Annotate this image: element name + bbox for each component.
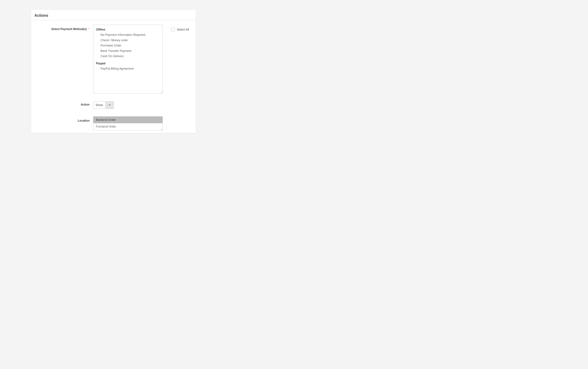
chevron-down-icon xyxy=(106,102,114,109)
payment-methods-multiselect[interactable]: Offline No Payment Information Required … xyxy=(93,25,163,94)
control-location: Backend Order Frontend Order xyxy=(93,116,163,130)
required-asterisk: * xyxy=(88,27,89,31)
form-area: Select Payment Method(s) * Offline No Pa… xyxy=(31,20,196,130)
location-option-backend[interactable]: Backend Order xyxy=(93,117,163,123)
svg-marker-0 xyxy=(109,104,110,105)
field-location: Location Backend Order Frontend Order xyxy=(31,116,196,130)
select-all-label[interactable]: Select All xyxy=(177,28,189,31)
pm-item-purchase-order[interactable]: Purchase Order xyxy=(100,44,160,47)
select-all-checkbox[interactable] xyxy=(171,28,175,31)
pm-item-check-money-order[interactable]: Check / Money order xyxy=(100,38,160,42)
label-payment-methods: Select Payment Method(s) * xyxy=(31,25,89,31)
label-payment-methods-text: Select Payment Method(s) xyxy=(51,27,87,31)
pm-item-no-payment-required[interactable]: No Payment Information Required xyxy=(100,33,160,37)
field-action: Action Show xyxy=(31,101,196,109)
control-payment-methods: Offline No Payment Information Required … xyxy=(93,25,163,94)
pm-item-cash-on-delivery[interactable]: Cash On Delivery xyxy=(100,54,160,58)
panel-header: Actions xyxy=(31,10,196,20)
label-action: Action xyxy=(31,101,89,106)
resize-handle-icon[interactable] xyxy=(160,91,162,93)
select-all-container: Select All xyxy=(171,25,189,31)
location-option-frontend[interactable]: Frontend Order xyxy=(93,123,163,130)
label-location: Location xyxy=(31,116,89,123)
resize-handle-icon[interactable] xyxy=(160,128,162,130)
control-action: Show xyxy=(93,101,114,109)
actions-panel: Actions Select Payment Method(s) * Offli… xyxy=(31,10,196,133)
action-select[interactable]: Show xyxy=(93,101,114,109)
action-select-value: Show xyxy=(93,102,106,109)
pm-item-bank-transfer[interactable]: Bank Transfer Payment xyxy=(100,49,160,53)
pm-group-offline[interactable]: Offline xyxy=(96,28,160,31)
field-payment-methods: Select Payment Method(s) * Offline No Pa… xyxy=(31,25,196,94)
pm-group-paypal[interactable]: Paypal xyxy=(96,62,160,65)
location-multiselect[interactable]: Backend Order Frontend Order xyxy=(93,116,163,130)
pm-item-paypal-billing-agreement[interactable]: PayPal Billing Agreement xyxy=(100,67,160,71)
panel-title: Actions xyxy=(34,13,48,18)
